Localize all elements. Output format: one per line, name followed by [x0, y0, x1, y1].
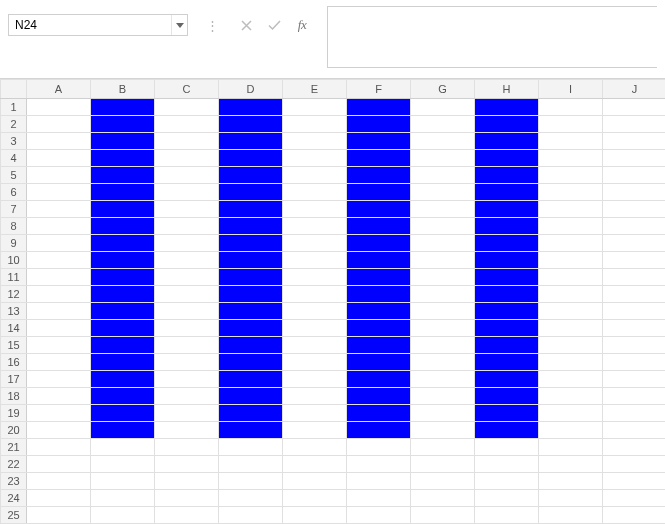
cell[interactable]: [411, 490, 475, 507]
cell[interactable]: [155, 354, 219, 371]
cell[interactable]: [603, 218, 666, 235]
cell[interactable]: [91, 235, 155, 252]
cell[interactable]: [347, 473, 411, 490]
cell[interactable]: [539, 439, 603, 456]
row-header[interactable]: 22: [1, 456, 27, 473]
cell[interactable]: [283, 286, 347, 303]
cell[interactable]: [283, 320, 347, 337]
cell[interactable]: [347, 422, 411, 439]
cell[interactable]: [539, 269, 603, 286]
cell[interactable]: [475, 252, 539, 269]
cell[interactable]: [539, 405, 603, 422]
cell[interactable]: [347, 286, 411, 303]
cell[interactable]: [475, 167, 539, 184]
cell[interactable]: [411, 405, 475, 422]
cell[interactable]: [539, 201, 603, 218]
cell[interactable]: [91, 150, 155, 167]
cell[interactable]: [603, 422, 666, 439]
select-all-corner[interactable]: [1, 80, 27, 99]
row-header[interactable]: 12: [1, 286, 27, 303]
cell[interactable]: [411, 116, 475, 133]
cell[interactable]: [219, 133, 283, 150]
cell[interactable]: [91, 218, 155, 235]
cell[interactable]: [219, 269, 283, 286]
cell[interactable]: [411, 354, 475, 371]
cell[interactable]: [411, 422, 475, 439]
cell[interactable]: [283, 252, 347, 269]
cell[interactable]: [219, 354, 283, 371]
cell[interactable]: [283, 269, 347, 286]
cell[interactable]: [283, 371, 347, 388]
cell[interactable]: [603, 337, 666, 354]
column-header[interactable]: I: [539, 80, 603, 99]
cell[interactable]: [603, 303, 666, 320]
cell[interactable]: [27, 388, 91, 405]
cell[interactable]: [155, 456, 219, 473]
cell[interactable]: [475, 235, 539, 252]
cell[interactable]: [27, 490, 91, 507]
cell[interactable]: [27, 252, 91, 269]
cell[interactable]: [603, 473, 666, 490]
cell[interactable]: [603, 405, 666, 422]
cell[interactable]: [283, 133, 347, 150]
cell[interactable]: [155, 201, 219, 218]
cell[interactable]: [539, 337, 603, 354]
row-header[interactable]: 10: [1, 252, 27, 269]
cell[interactable]: [283, 201, 347, 218]
cell[interactable]: [219, 490, 283, 507]
row-header[interactable]: 15: [1, 337, 27, 354]
cell[interactable]: [411, 269, 475, 286]
cell[interactable]: [27, 354, 91, 371]
cell[interactable]: [219, 422, 283, 439]
cell[interactable]: [155, 133, 219, 150]
cell[interactable]: [283, 184, 347, 201]
column-header[interactable]: F: [347, 80, 411, 99]
cell[interactable]: [283, 235, 347, 252]
cell[interactable]: [347, 269, 411, 286]
cell[interactable]: [411, 167, 475, 184]
cell[interactable]: [27, 235, 91, 252]
cell[interactable]: [219, 167, 283, 184]
cell[interactable]: [347, 439, 411, 456]
cell[interactable]: [27, 167, 91, 184]
cell[interactable]: [411, 303, 475, 320]
cell[interactable]: [155, 116, 219, 133]
row-header[interactable]: 3: [1, 133, 27, 150]
cell[interactable]: [155, 167, 219, 184]
cell[interactable]: [27, 405, 91, 422]
cell[interactable]: [27, 116, 91, 133]
row-header[interactable]: 1: [1, 99, 27, 116]
cell[interactable]: [91, 116, 155, 133]
cell[interactable]: [283, 507, 347, 524]
cell[interactable]: [283, 99, 347, 116]
cell[interactable]: [347, 218, 411, 235]
cell[interactable]: [411, 320, 475, 337]
cell[interactable]: [347, 456, 411, 473]
cell[interactable]: [27, 201, 91, 218]
row-header[interactable]: 2: [1, 116, 27, 133]
cell[interactable]: [539, 507, 603, 524]
cell[interactable]: [219, 388, 283, 405]
row-header[interactable]: 14: [1, 320, 27, 337]
cell[interactable]: [603, 507, 666, 524]
cell[interactable]: [347, 337, 411, 354]
cell[interactable]: [91, 337, 155, 354]
cell[interactable]: [283, 422, 347, 439]
column-header[interactable]: B: [91, 80, 155, 99]
cell[interactable]: [155, 252, 219, 269]
cell[interactable]: [27, 439, 91, 456]
row-header[interactable]: 9: [1, 235, 27, 252]
cell[interactable]: [27, 422, 91, 439]
cell[interactable]: [219, 150, 283, 167]
cell[interactable]: [411, 218, 475, 235]
cell[interactable]: [155, 490, 219, 507]
cell[interactable]: [603, 150, 666, 167]
cell[interactable]: [91, 184, 155, 201]
cell[interactable]: [91, 167, 155, 184]
cell[interactable]: [539, 388, 603, 405]
cell[interactable]: [27, 150, 91, 167]
cell[interactable]: [91, 422, 155, 439]
cell[interactable]: [91, 473, 155, 490]
cell[interactable]: [603, 184, 666, 201]
cell[interactable]: [219, 303, 283, 320]
